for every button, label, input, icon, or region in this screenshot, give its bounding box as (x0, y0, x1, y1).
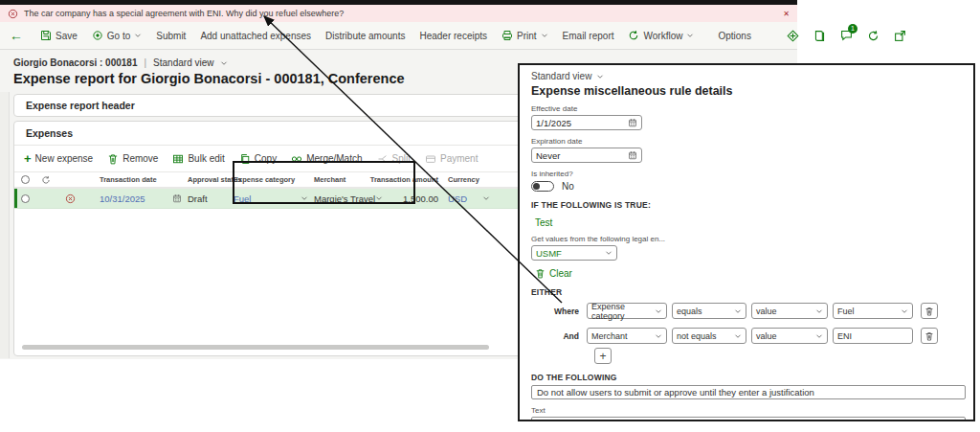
condition-value-input[interactable]: ENI (833, 328, 913, 344)
calendar-icon[interactable] (628, 118, 637, 127)
breadcrumb-record[interactable]: Giorgio Bonacorsi : 000181 (13, 57, 138, 68)
expense-category-value[interactable]: Fuel (234, 193, 251, 204)
condition-type-select[interactable]: value (751, 303, 828, 319)
condition-prefix: Where (531, 307, 587, 316)
row-select-radio[interactable] (21, 194, 30, 203)
trash-icon (924, 307, 934, 316)
screen: The car company has a special agreement … (0, 0, 980, 432)
transaction-date-value[interactable]: 10/31/2025 (100, 193, 145, 204)
payment-icon (425, 153, 436, 165)
calendar-icon[interactable] (628, 150, 637, 160)
distribute-amounts-button[interactable]: Distribute amounts (325, 31, 405, 41)
email-report-button[interactable]: Email report (563, 31, 614, 41)
submit-button[interactable]: Submit (156, 31, 186, 41)
do-following-label: DO THE FOLLOWING (531, 373, 962, 382)
chevron-down-icon[interactable] (375, 194, 383, 202)
new-expense-button[interactable]: + New expense (24, 153, 93, 164)
legal-entity-select[interactable]: USMF (531, 245, 617, 261)
chevron-down-icon[interactable] (301, 194, 308, 202)
expiration-date-label: Expiration date (531, 137, 962, 146)
merge-match-button[interactable]: Merge/Match (291, 153, 362, 165)
rule-details-panel: Standard view Expense miscellaneous rule… (518, 63, 975, 421)
bulk-edit-button[interactable]: Bulk edit (172, 153, 224, 165)
messages-badge: 1 (848, 24, 858, 34)
delete-condition-button[interactable] (921, 328, 938, 344)
merge-icon (291, 153, 302, 165)
column-header-transaction-amount[interactable]: Transaction amount (386, 175, 441, 184)
currency-value[interactable]: USD (448, 193, 467, 204)
column-header-expense-category[interactable]: Expense category (231, 175, 311, 184)
chevron-down-icon (655, 307, 662, 315)
calendar-icon[interactable] (172, 193, 182, 203)
view-selector[interactable]: Standard view (153, 57, 213, 68)
refresh-icon[interactable] (41, 175, 51, 185)
copy-icon (239, 153, 251, 165)
effective-date-field[interactable]: 1/1/2025 (531, 115, 642, 130)
trash-icon (924, 331, 934, 341)
breadcrumb: Giorgio Bonacorsi : 000181 | Standard vi… (13, 57, 228, 68)
condition-row: And Merchant not equals value ENI (531, 328, 962, 344)
chevron-down-icon (541, 32, 548, 39)
chevron-down-icon (734, 307, 742, 315)
chevron-down-icon (605, 249, 612, 257)
is-inherited-value: No (562, 181, 574, 192)
copy-button[interactable]: Copy (239, 153, 277, 165)
approval-status-value: Draft (185, 193, 231, 204)
column-header-approval-status[interactable]: Approval status (185, 175, 231, 184)
refresh-icon[interactable] (867, 30, 880, 42)
delete-condition-button[interactable] (921, 303, 938, 319)
condition-field-select[interactable]: Merchant (587, 328, 667, 344)
popout-icon[interactable] (894, 30, 906, 42)
if-following-true-label: IF THE FOLLOWING IS TRUE: (531, 200, 962, 210)
chevron-down-icon (815, 332, 823, 340)
go-to-button[interactable]: Go to (92, 30, 142, 41)
condition-type-select[interactable]: value (751, 328, 828, 344)
save-button[interactable]: Save (40, 30, 78, 41)
dismiss-banner-button[interactable]: ✕ (783, 10, 790, 18)
panel-view-selector[interactable]: Standard view (531, 71, 962, 81)
text-label: Text (531, 406, 962, 415)
condition-field-select[interactable]: Expense category (587, 303, 667, 319)
condition-operator-select[interactable]: equals (672, 303, 746, 319)
add-unattached-expenses-button[interactable]: Add unattached expenses (200, 31, 311, 41)
either-label: EITHER (531, 287, 962, 297)
is-inherited-toggle[interactable] (531, 181, 554, 192)
page-title: Expense report for Giorgio Bonacorsi - 0… (13, 71, 405, 86)
split-icon (377, 153, 389, 165)
back-button[interactable]: ← (10, 28, 23, 43)
merchant-value[interactable]: Margie's Travel (314, 193, 375, 204)
print-button[interactable]: Print (501, 30, 548, 41)
chevron-down-icon (220, 59, 228, 67)
book-icon[interactable] (813, 30, 826, 42)
select-all-radio[interactable] (21, 175, 30, 184)
save-icon (40, 30, 52, 41)
workflow-icon (628, 30, 639, 41)
column-header-currency[interactable]: Currency (445, 175, 493, 184)
action-pane-right-icons: 1 (787, 29, 906, 43)
transaction-amount-value[interactable]: 1,500.00 (386, 193, 441, 204)
error-message-bar: The car company has a special agreement … (0, 5, 797, 22)
trash-icon (107, 153, 119, 165)
options-button[interactable]: Options (718, 31, 750, 41)
messages-button[interactable]: 1 (840, 29, 853, 43)
chevron-down-icon[interactable] (482, 194, 490, 202)
chevron-down-icon (901, 307, 908, 315)
column-header-transaction-date[interactable]: Transaction date (97, 175, 185, 184)
diamond-icon[interactable] (787, 30, 799, 42)
action-field[interactable]: Do not allow users to submit or approve … (531, 385, 966, 399)
clear-link[interactable]: Clear (535, 268, 962, 279)
workflow-button[interactable]: Workflow (628, 30, 694, 41)
chevron-down-icon (686, 32, 694, 39)
justification-text-field[interactable]: The car company has a special agreement … (531, 417, 966, 421)
expiration-date-field[interactable]: Never (531, 148, 642, 163)
header-receipts-button[interactable]: Header receipts (419, 31, 487, 41)
panel-title: Expense miscellaneous rule details (531, 84, 962, 98)
add-condition-button[interactable]: + (594, 348, 612, 364)
condition-value-select[interactable]: Fuel (833, 303, 913, 319)
condition-operator-select[interactable]: not equals (672, 328, 746, 344)
breadcrumb-separator: | (145, 57, 147, 68)
goto-icon (92, 30, 103, 41)
test-link[interactable]: Test (535, 217, 962, 228)
scrollbar-thumb[interactable] (22, 345, 489, 350)
remove-button[interactable]: Remove (107, 153, 158, 165)
